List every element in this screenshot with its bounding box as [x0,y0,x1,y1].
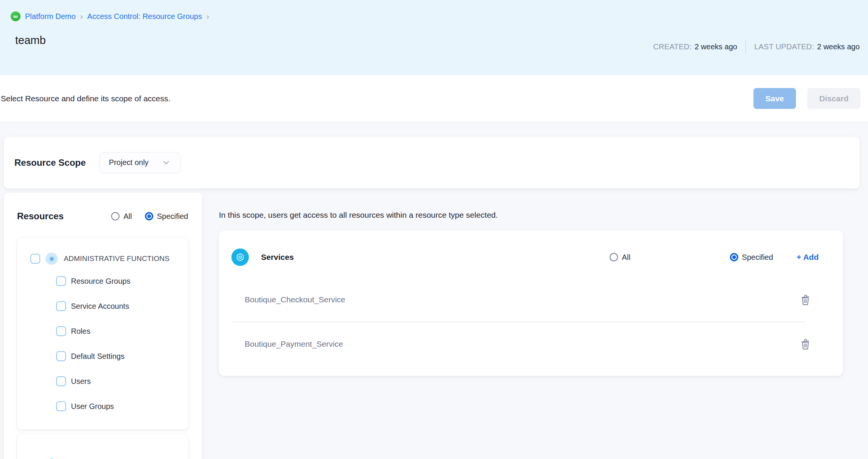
checkbox-administrative-functions[interactable] [30,254,40,264]
action-toolbar: Select Resource and define its scope of … [0,75,868,122]
child-label: Default Settings [71,352,124,361]
checkbox-roles[interactable] [56,326,66,336]
child-row-resource-groups[interactable]: Resource Groups [17,269,188,294]
services-radio-all[interactable]: All [610,253,630,262]
service-name: Boutique_Payment_Service [245,340,343,349]
trash-icon [800,294,811,306]
resources-radio-specified-label: Specified [157,212,188,221]
created-value: 2 weeks ago [695,42,737,51]
service-name: Boutique_Checkout_Service [245,295,345,304]
resource-group-administrative-functions: ADMINISTRATIVE FUNCTIONS Resource Groups… [17,237,188,429]
radio-icon[interactable] [111,212,120,220]
resources-radio-all-label: All [123,212,132,221]
page-header: ∞ Platform Demo › Access Control: Resour… [0,0,868,75]
radio-icon[interactable] [610,253,618,261]
resources-panel: Resources All Specified ADMINIST [4,193,202,459]
delete-service-button[interactable] [798,336,813,352]
record-meta: CREATED: 2 weeks ago LAST UPDATED: 2 wee… [653,40,860,53]
resources-title: Resources [17,211,64,222]
checkbox-resource-groups[interactable] [56,276,66,286]
group-row-administrative-functions[interactable]: ADMINISTRATIVE FUNCTIONS [17,249,188,269]
services-hexagon-icon [231,248,249,266]
breadcrumb: ∞ Platform Demo › Access Control: Resour… [11,11,868,21]
service-row: Boutique_Checkout_Service [219,278,843,322]
last-updated-label: LAST UPDATED: [754,42,814,51]
platform-logo-icon: ∞ [11,11,20,21]
services-card-header: Services All Specified + Add [219,231,843,270]
checkbox-user-groups[interactable] [56,401,66,411]
resource-scope-select[interactable]: Project only [99,152,181,173]
breadcrumb-access-control[interactable]: Access Control: Resource Groups [87,12,202,21]
group-row-environments[interactable]: ENVIRONMENTS [17,455,188,459]
checkbox-service-accounts[interactable] [56,301,66,311]
save-button[interactable]: Save [753,88,796,109]
radio-checked-icon[interactable] [730,253,738,261]
resource-scope-card: Resource Scope Project only [4,137,860,189]
checkbox-users[interactable] [56,376,66,386]
child-row-default-settings[interactable]: Default Settings [17,344,188,369]
chevron-right-icon: › [80,12,83,21]
breadcrumb-platform-demo[interactable]: Platform Demo [25,12,75,21]
child-row-user-groups[interactable]: User Groups [17,394,188,419]
add-service-button[interactable]: + Add [797,253,819,262]
last-updated-value: 2 weeks ago [817,42,860,51]
resource-group-environments: ENVIRONMENTS [17,434,188,459]
resources-radio-specified[interactable]: Specified [145,212,188,221]
services-radio-specified[interactable]: Specified [730,253,773,262]
resources-panel-header: Resources All Specified [17,211,188,222]
group-label: ADMINISTRATIVE FUNCTIONS [64,255,170,263]
radio-checked-icon[interactable] [145,212,153,220]
content-columns: Resources All Specified ADMINIST [4,193,843,459]
chevron-right-icon: › [206,12,209,21]
gear-icon [46,253,58,265]
services-radio-all-label: All [622,253,630,262]
main-area: In this scope, users get access to all r… [219,193,843,376]
child-label: Service Accounts [71,302,129,311]
child-label: Resource Groups [71,277,131,286]
meta-divider [745,40,746,53]
resource-scope-selected-value: Project only [109,158,149,167]
services-radio-specified-label: Specified [742,253,773,262]
service-row: Boutique_Payment_Service [219,322,843,366]
toolbar-actions: Save Discard [753,88,868,109]
checkbox-default-settings[interactable] [56,351,66,361]
child-label: Roles [71,327,90,336]
chevron-down-icon [163,161,169,165]
trash-icon [800,338,811,350]
resources-radio-all[interactable]: All [111,212,132,221]
child-label: User Groups [71,402,114,411]
service-list: Boutique_Checkout_Service [219,270,843,376]
child-row-service-accounts[interactable]: Service Accounts [17,294,188,319]
delete-service-button[interactable] [798,292,813,307]
toolbar-description: Select Resource and define its scope of … [1,94,170,103]
created-label: CREATED: [653,42,692,51]
services-card: Services All Specified + Add Boutique_Ch… [219,231,843,376]
child-row-users[interactable]: Users [17,369,188,394]
resource-scope-label: Resource Scope [14,157,86,168]
discard-button[interactable]: Discard [807,88,860,109]
scope-info-text: In this scope, users get access to all r… [219,211,843,220]
child-row-roles[interactable]: Roles [17,319,188,344]
child-label: Users [71,377,91,386]
services-title: Services [261,253,294,262]
